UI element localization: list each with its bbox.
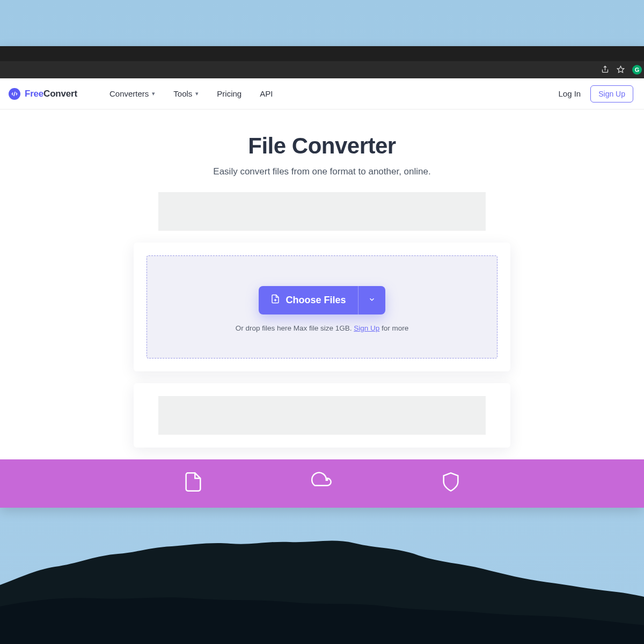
browser-tabstrip [0, 46, 644, 61]
desktop-treeline [0, 504, 644, 644]
logo[interactable]: FreeConvert [9, 88, 77, 100]
dropzone-signup-link[interactable]: Sign Up [354, 324, 379, 332]
dropzone[interactable]: Choose Files Or drop files here Max file… [147, 255, 497, 358]
svg-marker-0 [617, 66, 624, 72]
file-icon [182, 471, 204, 508]
primary-nav: Converters ▾ Tools ▾ Pricing API [109, 89, 273, 98]
page-body: File Converter Easily convert files from… [0, 109, 644, 508]
cloud-icon [311, 471, 333, 508]
bookmark-star-icon[interactable] [617, 65, 625, 75]
ad-slot-bottom [158, 396, 486, 435]
chevron-down-icon: ▾ [195, 90, 199, 97]
extension-badge-icon[interactable]: G [632, 65, 642, 75]
share-icon[interactable] [601, 65, 609, 75]
signup-button[interactable]: Sign Up [590, 85, 633, 103]
choose-files-label: Choose Files [286, 295, 346, 306]
feature-band [0, 459, 644, 508]
logo-mark-icon [9, 88, 20, 100]
nav-label: Tools [173, 89, 192, 98]
choose-files-button[interactable]: Choose Files [259, 286, 357, 314]
nav-label: Converters [109, 89, 149, 98]
nav-pricing[interactable]: Pricing [217, 89, 241, 98]
nav-label: API [260, 89, 273, 98]
ad-slot-top [158, 192, 486, 231]
dropzone-hint-prefix: Or drop files here Max file size 1GB. [236, 324, 354, 332]
upload-card: Choose Files Or drop files here Max file… [134, 243, 510, 371]
nav-api[interactable]: API [260, 89, 273, 98]
nav-label: Pricing [217, 89, 241, 98]
site-header: FreeConvert Converters ▾ Tools ▾ Pricing… [0, 78, 644, 109]
shield-icon [440, 471, 462, 508]
chevron-down-icon: ▾ [152, 90, 155, 97]
dropzone-hint: Or drop files here Max file size 1GB. Si… [158, 324, 486, 332]
choose-files-group: Choose Files [259, 286, 385, 314]
page-subtitle: Easily convert files from one format to … [0, 166, 644, 177]
dropzone-hint-suffix: for more [379, 324, 408, 332]
logo-text: FreeConvert [25, 89, 77, 99]
browser-toolbar: G [0, 61, 644, 78]
nav-tools[interactable]: Tools ▾ [173, 89, 199, 98]
choose-files-dropdown[interactable] [358, 286, 385, 314]
page-title: File Converter [0, 133, 644, 159]
login-link[interactable]: Log In [558, 89, 581, 98]
browser-window: G FreeConvert Converters ▾ Tools ▾ Prici… [0, 46, 644, 508]
nav-converters[interactable]: Converters ▾ [109, 89, 155, 98]
auth-area: Log In Sign Up [558, 85, 633, 103]
file-plus-icon [270, 294, 280, 307]
lower-card [134, 383, 510, 448]
chevron-down-icon [368, 296, 376, 305]
